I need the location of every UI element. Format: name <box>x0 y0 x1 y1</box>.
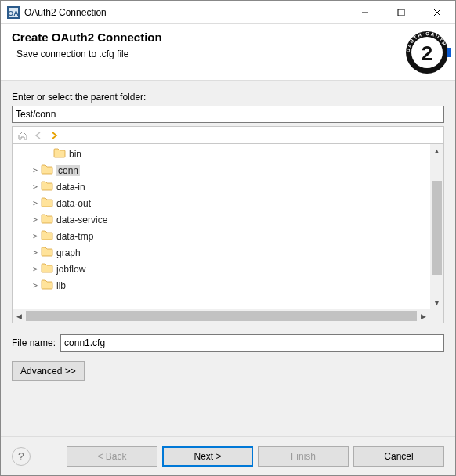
folder-tree-view[interactable]: >bin>conn>data-in>data-out>data-service>… <box>13 144 430 309</box>
scroll-left-icon[interactable]: ◀ <box>13 309 26 323</box>
parent-folder-input[interactable] <box>12 106 444 123</box>
folder-icon <box>53 147 69 160</box>
maximize-button[interactable] <box>383 1 419 24</box>
svg-text:2: 2 <box>422 41 432 65</box>
expand-icon[interactable]: > <box>30 182 41 191</box>
tree-item-label: graph <box>56 247 81 258</box>
tree-item-lib[interactable]: >lib <box>13 277 430 294</box>
filename-label: File name: <box>12 337 56 348</box>
folder-icon <box>41 180 56 193</box>
folder-icon <box>41 279 56 292</box>
tree-item-data-out[interactable]: >data-out <box>13 195 430 211</box>
home-icon[interactable] <box>16 128 30 142</box>
tree-item-label: data-service <box>56 215 107 225</box>
vertical-scrollbar[interactable]: ▲ ▼ <box>430 144 443 309</box>
wizard-button-bar: ? < Back Next > Finish Cancel <box>1 436 455 475</box>
horizontal-scrollbar[interactable]: ◀ ▶ <box>13 309 430 323</box>
page-subtitle: Save connection to .cfg file <box>16 49 444 60</box>
wizard-header: Create OAuth2 Connection Save connection… <box>1 24 455 81</box>
expand-icon[interactable]: > <box>30 281 41 290</box>
app-icon: OA <box>7 6 20 19</box>
svg-text:OA: OA <box>8 9 19 17</box>
window-title: OAuth2 Connection <box>24 7 107 18</box>
minimize-button[interactable] <box>347 1 383 24</box>
oauth2-logo: 2 O A U T H · O A U T H <box>404 29 451 76</box>
folder-icon <box>41 229 56 243</box>
tree-item-data-service[interactable]: >data-service <box>13 211 430 228</box>
title-bar: OA OAuth2 Connection <box>1 1 455 24</box>
tree-item-label: data-tmp <box>56 231 93 242</box>
content-area: Enter or select the parent folder: >bin>… <box>1 81 455 436</box>
close-button[interactable] <box>419 1 455 24</box>
finish-button[interactable]: Finish <box>258 446 349 467</box>
parent-folder-label: Enter or select the parent folder: <box>12 92 444 103</box>
help-button[interactable]: ? <box>12 447 31 466</box>
tree-item-label: lib <box>56 280 66 291</box>
tree-toolbar <box>12 126 444 143</box>
scroll-right-icon[interactable]: ▶ <box>417 309 430 323</box>
folder-icon <box>41 164 56 177</box>
tree-item-bin[interactable]: >bin <box>13 146 430 162</box>
scroll-thumb-vertical[interactable] <box>432 181 442 275</box>
expand-icon[interactable]: > <box>30 232 41 240</box>
expand-icon[interactable]: > <box>30 215 41 224</box>
cancel-button[interactable]: Cancel <box>353 446 444 467</box>
expand-icon[interactable]: > <box>30 199 41 207</box>
folder-icon <box>41 262 56 276</box>
scroll-up-icon[interactable]: ▲ <box>430 144 443 157</box>
folder-icon <box>41 246 56 259</box>
filename-input[interactable] <box>60 334 444 352</box>
tree-item-label: data-in <box>56 182 85 193</box>
tree-item-data-tmp[interactable]: >data-tmp <box>13 228 430 244</box>
scroll-down-icon[interactable]: ▼ <box>430 296 443 309</box>
folder-icon <box>41 197 56 210</box>
tree-item-label: data-out <box>56 198 91 209</box>
help-icon: ? <box>18 450 24 463</box>
forward-arrow-icon[interactable] <box>47 128 61 142</box>
folder-tree: >bin>conn>data-in>data-out>data-service>… <box>12 143 444 323</box>
folder-icon <box>41 213 56 226</box>
tree-item-jobflow[interactable]: >jobflow <box>13 261 430 277</box>
tree-item-label: conn <box>56 165 80 176</box>
advanced-button[interactable]: Advanced >> <box>12 361 85 381</box>
next-button[interactable]: Next > <box>162 446 253 467</box>
svg-rect-11 <box>447 48 451 57</box>
expand-icon[interactable]: > <box>30 265 41 273</box>
tree-item-conn[interactable]: >conn <box>13 162 430 178</box>
back-button[interactable]: < Back <box>67 446 157 467</box>
page-title: Create OAuth2 Connection <box>12 31 444 44</box>
svg-rect-4 <box>398 9 404 16</box>
scroll-thumb-horizontal[interactable] <box>26 311 417 321</box>
expand-icon[interactable]: > <box>30 166 41 175</box>
scroll-corner <box>430 309 443 323</box>
back-arrow-icon[interactable] <box>31 128 45 142</box>
expand-icon[interactable]: > <box>30 248 41 257</box>
tree-item-graph[interactable]: >graph <box>13 244 430 261</box>
tree-item-label: jobflow <box>56 264 85 275</box>
tree-item-data-in[interactable]: >data-in <box>13 178 430 195</box>
tree-item-label: bin <box>69 149 81 160</box>
